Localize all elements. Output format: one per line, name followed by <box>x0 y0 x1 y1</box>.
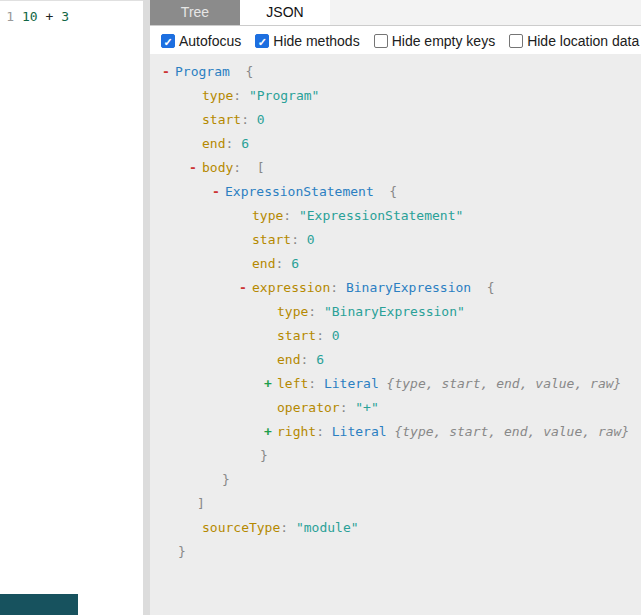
checkbox-unchecked-icon[interactable] <box>509 34 523 48</box>
node-punct: : <box>300 352 316 367</box>
tree-line[interactable]: operator: "+" <box>150 396 641 420</box>
option-label: Hide location data <box>527 33 639 49</box>
node-key: type <box>252 208 283 223</box>
node-key: expression <box>252 280 330 295</box>
checkbox-checked-icon[interactable]: ✓ <box>161 34 175 48</box>
tree-line[interactable]: end: 6 <box>150 252 641 276</box>
expand-toggle-icon[interactable]: + <box>264 420 276 444</box>
line-number: 1 <box>5 8 14 25</box>
collapse-toggle-icon[interactable]: - <box>239 276 251 300</box>
expand-toggle-icon[interactable]: + <box>264 372 276 396</box>
collapse-toggle-icon[interactable]: - <box>162 60 174 84</box>
tree-line[interactable]: +right: Literal {type, start, end, value… <box>150 420 641 444</box>
node-punct: : <box>340 400 356 415</box>
collapse-toggle-icon[interactable]: - <box>189 156 201 180</box>
node-value: 0 <box>332 328 340 343</box>
tree-line[interactable]: sourceType: "module" <box>150 516 641 540</box>
node-value: 0 <box>257 112 265 127</box>
tree-line[interactable]: start: 0 <box>150 324 641 348</box>
tree-line[interactable]: type: "ExpressionStatement" <box>150 204 641 228</box>
code-token: + <box>38 8 61 25</box>
node-value: 6 <box>241 136 249 151</box>
node-name[interactable]: Literal <box>332 424 387 439</box>
panel-divider[interactable] <box>143 0 150 615</box>
code-editor[interactable]: 110 + 3 <box>0 0 143 615</box>
ast-explorer-app: 110 + 3 TreeJSON ✓Autofocus✓Hide methods… <box>0 0 641 615</box>
node-key: left <box>277 376 308 391</box>
tree-line[interactable]: end: 6 <box>150 348 641 372</box>
node-value: 6 <box>316 352 324 367</box>
node-punct: : <box>241 112 257 127</box>
node-punct: : <box>275 256 291 271</box>
tree-line[interactable]: -ExpressionStatement { <box>150 180 641 204</box>
view-tabs: TreeJSON <box>150 0 641 26</box>
option-label: Autofocus <box>179 33 241 49</box>
node-punct: : <box>225 136 241 151</box>
node-value: "Program" <box>249 88 319 103</box>
tree-line[interactable]: } <box>150 468 641 492</box>
tree-line[interactable]: start: 0 <box>150 108 641 132</box>
node-value: 6 <box>291 256 299 271</box>
tree-line[interactable]: end: 6 <box>150 132 641 156</box>
node-punct: : <box>280 520 296 535</box>
option-hide-methods[interactable]: ✓Hide methods <box>255 33 359 49</box>
node-key: end <box>277 352 300 367</box>
code-token: 10 <box>22 8 38 25</box>
node-key: right <box>277 424 316 439</box>
node-key: end <box>202 136 225 151</box>
tree-line[interactable]: } <box>150 540 641 564</box>
node-punct: { <box>230 64 253 79</box>
node-punct: { <box>374 184 397 199</box>
tab-tree[interactable]: Tree <box>150 0 240 25</box>
ast-tree-panel[interactable]: -Program {type: "Program"start: 0end: 6-… <box>150 54 641 615</box>
node-punct: : <box>308 376 324 391</box>
node-key: type <box>202 88 233 103</box>
tree-line[interactable]: +left: Literal {type, start, end, value,… <box>150 372 641 396</box>
option-label: Hide empty keys <box>392 33 495 49</box>
option-label: Hide methods <box>273 33 359 49</box>
node-key: operator <box>277 400 340 415</box>
tree-line[interactable]: type: "Program" <box>150 84 641 108</box>
node-name[interactable]: BinaryExpression <box>346 280 471 295</box>
node-punct: { <box>471 280 494 295</box>
option-hide-empty-keys[interactable]: Hide empty keys <box>374 33 495 49</box>
node-key: type <box>277 304 308 319</box>
node-punct: : <box>316 328 332 343</box>
node-key: body <box>202 160 233 175</box>
code-token: 3 <box>61 8 69 25</box>
node-value: 0 <box>307 232 315 247</box>
option-autofocus[interactable]: ✓Autofocus <box>161 33 241 49</box>
collapse-toggle-icon[interactable]: - <box>212 180 224 204</box>
tree-line[interactable]: -Program { <box>150 60 641 84</box>
node-punct: : [ <box>233 160 264 175</box>
node-key: start <box>252 232 291 247</box>
checkbox-unchecked-icon[interactable] <box>374 34 388 48</box>
checkbox-checked-icon[interactable]: ✓ <box>255 34 269 48</box>
node-punct: ] <box>197 496 205 511</box>
tree-line[interactable]: -expression: BinaryExpression { <box>150 276 641 300</box>
code-line: 110 + 3 <box>0 1 143 25</box>
node-name[interactable]: ExpressionStatement <box>225 184 374 199</box>
node-value: "+" <box>355 400 378 415</box>
tab-json[interactable]: JSON <box>240 0 330 25</box>
tree-line[interactable]: start: 0 <box>150 228 641 252</box>
node-value: "BinaryExpression" <box>324 304 465 319</box>
node-key: end <box>252 256 275 271</box>
node-value: "module" <box>296 520 359 535</box>
tree-line[interactable]: ] <box>150 492 641 516</box>
node-punct: } <box>222 472 230 487</box>
status-tooltip <box>0 594 78 615</box>
node-punct: : <box>308 304 324 319</box>
node-punct: : <box>233 88 249 103</box>
node-punct: : <box>316 424 332 439</box>
tree-toolbar: ✓Autofocus✓Hide methodsHide empty keysHi… <box>150 27 641 54</box>
tree-line[interactable]: type: "BinaryExpression" <box>150 300 641 324</box>
node-name[interactable]: Literal <box>324 376 379 391</box>
node-key: start <box>277 328 316 343</box>
option-hide-location-data[interactable]: Hide location data <box>509 33 639 49</box>
node-value: "ExpressionStatement" <box>299 208 463 223</box>
tree-line[interactable]: } <box>150 444 641 468</box>
tree-line[interactable]: -body: [ <box>150 156 641 180</box>
node-preview: {type, start, end, value, raw} <box>379 376 622 391</box>
node-name[interactable]: Program <box>175 64 230 79</box>
